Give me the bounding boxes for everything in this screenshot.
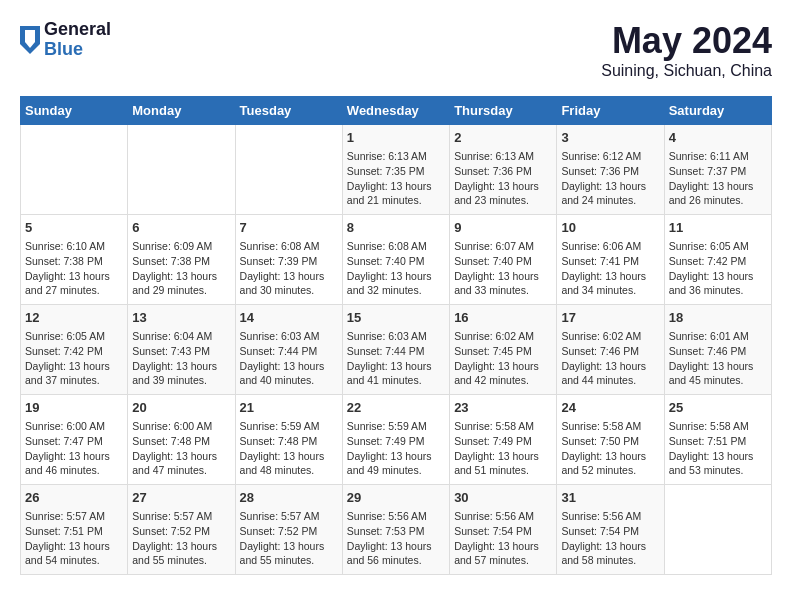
day-info: Sunrise: 6:03 AM Sunset: 7:44 PM Dayligh… bbox=[347, 329, 445, 388]
day-number: 3 bbox=[561, 129, 659, 147]
calendar-cell: 22Sunrise: 5:59 AM Sunset: 7:49 PM Dayli… bbox=[342, 395, 449, 485]
day-info: Sunrise: 6:02 AM Sunset: 7:46 PM Dayligh… bbox=[561, 329, 659, 388]
day-number: 20 bbox=[132, 399, 230, 417]
day-info: Sunrise: 6:05 AM Sunset: 7:42 PM Dayligh… bbox=[669, 239, 767, 298]
day-number: 23 bbox=[454, 399, 552, 417]
calendar-cell: 10Sunrise: 6:06 AM Sunset: 7:41 PM Dayli… bbox=[557, 215, 664, 305]
subtitle: Suining, Sichuan, China bbox=[601, 62, 772, 80]
day-info: Sunrise: 5:59 AM Sunset: 7:49 PM Dayligh… bbox=[347, 419, 445, 478]
day-info: Sunrise: 5:57 AM Sunset: 7:51 PM Dayligh… bbox=[25, 509, 123, 568]
calendar-cell: 14Sunrise: 6:03 AM Sunset: 7:44 PM Dayli… bbox=[235, 305, 342, 395]
calendar-body: 1Sunrise: 6:13 AM Sunset: 7:35 PM Daylig… bbox=[21, 125, 772, 575]
calendar-cell: 13Sunrise: 6:04 AM Sunset: 7:43 PM Dayli… bbox=[128, 305, 235, 395]
day-number: 1 bbox=[347, 129, 445, 147]
day-number: 27 bbox=[132, 489, 230, 507]
calendar-cell: 12Sunrise: 6:05 AM Sunset: 7:42 PM Dayli… bbox=[21, 305, 128, 395]
header-row: Sunday Monday Tuesday Wednesday Thursday… bbox=[21, 97, 772, 125]
day-number: 29 bbox=[347, 489, 445, 507]
logo-blue-text: Blue bbox=[44, 40, 111, 60]
day-info: Sunrise: 6:06 AM Sunset: 7:41 PM Dayligh… bbox=[561, 239, 659, 298]
day-number: 22 bbox=[347, 399, 445, 417]
calendar-cell: 17Sunrise: 6:02 AM Sunset: 7:46 PM Dayli… bbox=[557, 305, 664, 395]
calendar-cell: 5Sunrise: 6:10 AM Sunset: 7:38 PM Daylig… bbox=[21, 215, 128, 305]
calendar-cell: 11Sunrise: 6:05 AM Sunset: 7:42 PM Dayli… bbox=[664, 215, 771, 305]
calendar-cell: 28Sunrise: 5:57 AM Sunset: 7:52 PM Dayli… bbox=[235, 485, 342, 575]
day-number: 8 bbox=[347, 219, 445, 237]
day-number: 25 bbox=[669, 399, 767, 417]
title-block: May 2024 Suining, Sichuan, China bbox=[601, 20, 772, 80]
day-info: Sunrise: 6:05 AM Sunset: 7:42 PM Dayligh… bbox=[25, 329, 123, 388]
calendar-cell: 27Sunrise: 5:57 AM Sunset: 7:52 PM Dayli… bbox=[128, 485, 235, 575]
day-info: Sunrise: 6:02 AM Sunset: 7:45 PM Dayligh… bbox=[454, 329, 552, 388]
day-number: 7 bbox=[240, 219, 338, 237]
day-info: Sunrise: 6:00 AM Sunset: 7:48 PM Dayligh… bbox=[132, 419, 230, 478]
calendar-cell: 24Sunrise: 5:58 AM Sunset: 7:50 PM Dayli… bbox=[557, 395, 664, 485]
day-number: 21 bbox=[240, 399, 338, 417]
day-number: 4 bbox=[669, 129, 767, 147]
day-info: Sunrise: 5:57 AM Sunset: 7:52 PM Dayligh… bbox=[132, 509, 230, 568]
col-saturday: Saturday bbox=[664, 97, 771, 125]
day-number: 19 bbox=[25, 399, 123, 417]
day-info: Sunrise: 5:56 AM Sunset: 7:53 PM Dayligh… bbox=[347, 509, 445, 568]
day-info: Sunrise: 6:11 AM Sunset: 7:37 PM Dayligh… bbox=[669, 149, 767, 208]
day-info: Sunrise: 5:58 AM Sunset: 7:51 PM Dayligh… bbox=[669, 419, 767, 478]
main-title: May 2024 bbox=[601, 20, 772, 62]
day-info: Sunrise: 6:13 AM Sunset: 7:35 PM Dayligh… bbox=[347, 149, 445, 208]
col-monday: Monday bbox=[128, 97, 235, 125]
day-number: 6 bbox=[132, 219, 230, 237]
logo-general-text: General bbox=[44, 20, 111, 40]
day-info: Sunrise: 6:04 AM Sunset: 7:43 PM Dayligh… bbox=[132, 329, 230, 388]
calendar-cell: 25Sunrise: 5:58 AM Sunset: 7:51 PM Dayli… bbox=[664, 395, 771, 485]
calendar-cell: 7Sunrise: 6:08 AM Sunset: 7:39 PM Daylig… bbox=[235, 215, 342, 305]
calendar-cell: 9Sunrise: 6:07 AM Sunset: 7:40 PM Daylig… bbox=[450, 215, 557, 305]
calendar-cell: 23Sunrise: 5:58 AM Sunset: 7:49 PM Dayli… bbox=[450, 395, 557, 485]
calendar-cell: 31Sunrise: 5:56 AM Sunset: 7:54 PM Dayli… bbox=[557, 485, 664, 575]
calendar-cell: 29Sunrise: 5:56 AM Sunset: 7:53 PM Dayli… bbox=[342, 485, 449, 575]
calendar-cell: 15Sunrise: 6:03 AM Sunset: 7:44 PM Dayli… bbox=[342, 305, 449, 395]
calendar-week-row: 12Sunrise: 6:05 AM Sunset: 7:42 PM Dayli… bbox=[21, 305, 772, 395]
logo-icon bbox=[20, 26, 40, 54]
day-number: 14 bbox=[240, 309, 338, 327]
calendar-week-row: 5Sunrise: 6:10 AM Sunset: 7:38 PM Daylig… bbox=[21, 215, 772, 305]
day-info: Sunrise: 6:01 AM Sunset: 7:46 PM Dayligh… bbox=[669, 329, 767, 388]
calendar-cell bbox=[128, 125, 235, 215]
day-number: 15 bbox=[347, 309, 445, 327]
calendar-cell: 1Sunrise: 6:13 AM Sunset: 7:35 PM Daylig… bbox=[342, 125, 449, 215]
day-number: 5 bbox=[25, 219, 123, 237]
day-info: Sunrise: 5:56 AM Sunset: 7:54 PM Dayligh… bbox=[454, 509, 552, 568]
day-info: Sunrise: 5:58 AM Sunset: 7:49 PM Dayligh… bbox=[454, 419, 552, 478]
day-info: Sunrise: 6:07 AM Sunset: 7:40 PM Dayligh… bbox=[454, 239, 552, 298]
col-wednesday: Wednesday bbox=[342, 97, 449, 125]
calendar-cell: 20Sunrise: 6:00 AM Sunset: 7:48 PM Dayli… bbox=[128, 395, 235, 485]
day-number: 18 bbox=[669, 309, 767, 327]
calendar-week-row: 1Sunrise: 6:13 AM Sunset: 7:35 PM Daylig… bbox=[21, 125, 772, 215]
day-info: Sunrise: 5:56 AM Sunset: 7:54 PM Dayligh… bbox=[561, 509, 659, 568]
col-friday: Friday bbox=[557, 97, 664, 125]
calendar-cell: 30Sunrise: 5:56 AM Sunset: 7:54 PM Dayli… bbox=[450, 485, 557, 575]
day-number: 11 bbox=[669, 219, 767, 237]
day-info: Sunrise: 5:59 AM Sunset: 7:48 PM Dayligh… bbox=[240, 419, 338, 478]
day-number: 17 bbox=[561, 309, 659, 327]
calendar-cell: 3Sunrise: 6:12 AM Sunset: 7:36 PM Daylig… bbox=[557, 125, 664, 215]
calendar-cell: 26Sunrise: 5:57 AM Sunset: 7:51 PM Dayli… bbox=[21, 485, 128, 575]
day-number: 16 bbox=[454, 309, 552, 327]
day-number: 9 bbox=[454, 219, 552, 237]
day-number: 10 bbox=[561, 219, 659, 237]
calendar-cell: 2Sunrise: 6:13 AM Sunset: 7:36 PM Daylig… bbox=[450, 125, 557, 215]
calendar-cell: 21Sunrise: 5:59 AM Sunset: 7:48 PM Dayli… bbox=[235, 395, 342, 485]
calendar-week-row: 26Sunrise: 5:57 AM Sunset: 7:51 PM Dayli… bbox=[21, 485, 772, 575]
col-sunday: Sunday bbox=[21, 97, 128, 125]
calendar-week-row: 19Sunrise: 6:00 AM Sunset: 7:47 PM Dayli… bbox=[21, 395, 772, 485]
day-info: Sunrise: 5:57 AM Sunset: 7:52 PM Dayligh… bbox=[240, 509, 338, 568]
calendar-cell: 6Sunrise: 6:09 AM Sunset: 7:38 PM Daylig… bbox=[128, 215, 235, 305]
day-number: 13 bbox=[132, 309, 230, 327]
calendar-cell bbox=[235, 125, 342, 215]
calendar-cell: 8Sunrise: 6:08 AM Sunset: 7:40 PM Daylig… bbox=[342, 215, 449, 305]
day-info: Sunrise: 6:03 AM Sunset: 7:44 PM Dayligh… bbox=[240, 329, 338, 388]
day-info: Sunrise: 6:08 AM Sunset: 7:39 PM Dayligh… bbox=[240, 239, 338, 298]
day-info: Sunrise: 6:12 AM Sunset: 7:36 PM Dayligh… bbox=[561, 149, 659, 208]
day-info: Sunrise: 6:09 AM Sunset: 7:38 PM Dayligh… bbox=[132, 239, 230, 298]
calendar-table: Sunday Monday Tuesday Wednesday Thursday… bbox=[20, 96, 772, 575]
calendar-cell: 16Sunrise: 6:02 AM Sunset: 7:45 PM Dayli… bbox=[450, 305, 557, 395]
logo: General Blue bbox=[20, 20, 111, 60]
